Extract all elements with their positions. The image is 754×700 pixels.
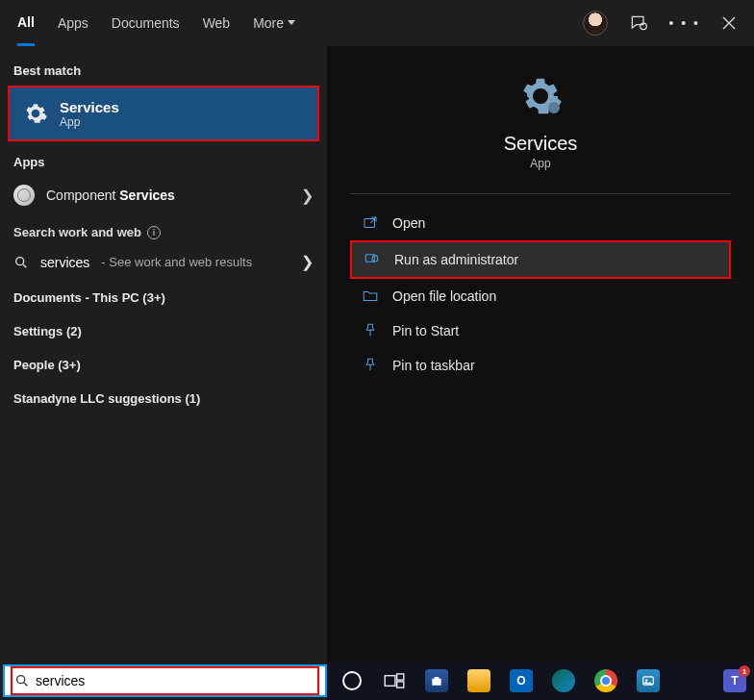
tab-apps[interactable]: Apps <box>58 0 88 46</box>
result-subtitle: App <box>60 115 119 129</box>
action-open-label: Open <box>392 215 425 231</box>
task-view-button[interactable] <box>375 665 414 696</box>
row-people[interactable]: People (3+) <box>0 348 327 382</box>
apps-label: Apps <box>0 149 327 175</box>
svg-rect-8 <box>397 682 404 688</box>
edge-icon <box>552 669 575 692</box>
task-view-icon <box>384 673 405 688</box>
feedback-icon[interactable] <box>629 13 648 33</box>
results-panel: Best match Services App Apps Component S… <box>0 46 327 662</box>
action-pin-to-start[interactable]: Pin to Start <box>350 313 731 348</box>
component-services-icon <box>13 185 35 206</box>
svg-rect-6 <box>385 676 395 687</box>
svg-rect-7 <box>397 674 404 680</box>
component-services-text: Component Services <box>46 188 175 203</box>
action-run-as-admin[interactable]: Run as administrator <box>350 240 731 279</box>
action-open-file-location[interactable]: Open file location <box>350 279 731 313</box>
teams-icon: T 1 <box>723 669 746 692</box>
svg-point-5 <box>17 676 25 684</box>
store-icon <box>425 669 448 692</box>
svg-point-2 <box>548 102 560 113</box>
web-result-query: services <box>40 255 89 270</box>
taskbar-store[interactable] <box>417 665 456 696</box>
svg-point-10 <box>645 679 647 681</box>
photos-icon <box>637 669 660 692</box>
open-icon <box>362 214 379 232</box>
preview-title: Services <box>350 133 731 155</box>
filter-tabs: All Apps Documents Web More <box>17 0 295 46</box>
more-options-icon[interactable]: • • • <box>669 15 700 31</box>
search-area <box>0 662 327 700</box>
component-services-bold: Services <box>119 188 175 203</box>
action-pin-to-taskbar[interactable]: Pin to taskbar <box>350 348 731 383</box>
web-result-services[interactable]: services - See work and web results ❯ <box>0 243 327 281</box>
taskbar-outlook[interactable]: O <box>502 665 540 696</box>
preview-subtitle: App <box>350 157 731 170</box>
outlook-icon: O <box>510 669 533 692</box>
search-body: Best match Services App Apps Component S… <box>0 46 754 662</box>
folder-icon <box>467 669 490 692</box>
user-avatar[interactable] <box>583 11 608 36</box>
folder-icon <box>362 288 379 305</box>
taskbar-chrome[interactable] <box>587 665 625 696</box>
services-large-icon <box>517 73 564 119</box>
tab-more[interactable]: More <box>253 0 295 46</box>
svg-point-1 <box>16 257 24 264</box>
action-open[interactable]: Open <box>350 206 731 240</box>
taskbar-explorer[interactable] <box>460 665 498 696</box>
web-result-hint: - See work and web results <box>101 255 252 269</box>
result-component-services[interactable]: Component Services ❯ <box>0 175 327 215</box>
best-match-label: Best match <box>0 58 327 84</box>
close-icon[interactable] <box>721 15 737 31</box>
action-open-file-location-label: Open file location <box>392 288 496 304</box>
search-input[interactable] <box>36 673 314 688</box>
tab-web[interactable]: Web <box>203 0 231 46</box>
preview-panel: Services App Open Run as administrator O… <box>327 46 754 662</box>
info-icon[interactable]: i <box>147 226 161 239</box>
search-work-web-text: Search work and web <box>13 225 141 239</box>
services-icon <box>23 101 48 126</box>
action-run-as-admin-label: Run as administrator <box>394 252 518 267</box>
search-icon <box>13 255 29 270</box>
chevron-right-icon: ❯ <box>301 253 314 271</box>
pin-icon <box>362 322 379 339</box>
preview-hero: Services App <box>350 73 731 170</box>
teams-badge: 1 <box>739 665 750 677</box>
result-text: Services App <box>60 99 119 129</box>
tab-more-label: More <box>253 15 284 31</box>
chevron-right-icon: ❯ <box>301 187 314 205</box>
action-pin-to-start-label: Pin to Start <box>392 323 459 338</box>
search-box[interactable] <box>3 664 327 697</box>
row-stanadyne[interactable]: Stanadyne LLC suggestions (1) <box>0 382 327 415</box>
cortana-icon <box>342 671 362 690</box>
divider <box>350 193 731 194</box>
search-icon <box>14 673 30 688</box>
taskbar-edge[interactable] <box>544 665 583 696</box>
action-pin-to-taskbar-label: Pin to taskbar <box>392 358 475 373</box>
tab-all[interactable]: All <box>17 0 35 46</box>
taskbar-teams[interactable]: T 1 <box>716 662 754 700</box>
taskbar: O <box>327 662 754 700</box>
header-actions: • • • <box>583 11 737 36</box>
admin-icon <box>364 251 381 268</box>
result-title: Services <box>60 99 119 115</box>
cortana-button[interactable] <box>333 665 371 696</box>
row-settings[interactable]: Settings (2) <box>0 314 327 348</box>
result-services-app[interactable]: Services App <box>8 86 319 141</box>
chrome-icon <box>594 669 617 692</box>
component-services-prefix: Component <box>46 188 119 203</box>
tab-documents[interactable]: Documents <box>112 0 180 46</box>
search-header: All Apps Documents Web More • • • <box>0 0 754 46</box>
bottom-bar: O T 1 <box>0 662 754 700</box>
search-work-web-label: Search work and web i <box>0 215 327 243</box>
pin-icon <box>362 357 379 374</box>
row-documents[interactable]: Documents - This PC (3+) <box>0 281 327 314</box>
taskbar-photos[interactable] <box>629 665 667 696</box>
chevron-down-icon <box>288 20 295 25</box>
